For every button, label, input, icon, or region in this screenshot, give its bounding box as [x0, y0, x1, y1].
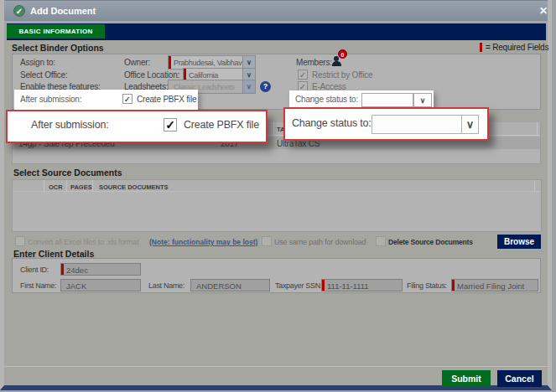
filing-required-bar: [452, 280, 455, 291]
members-count-badge: 0: [338, 49, 347, 59]
col-ocr: OCR: [49, 183, 63, 191]
convert-excel-checkbox[interactable]: [15, 236, 25, 246]
source-documents-title: Select Source Documents: [13, 168, 122, 178]
taxpayer-ssn-value: 111-11-1111: [327, 281, 369, 291]
assign-to-label: Assign to:: [20, 58, 55, 67]
required-legend-label: = Required Fields: [486, 43, 548, 52]
add-document-icon: ✓: [13, 5, 25, 17]
ssn-required-bar: [322, 280, 325, 291]
dialog-titlebar: ✓ Add Document ✕: [4, 0, 548, 21]
select-office-label: Select Office:: [20, 70, 68, 80]
owner-chevron-icon[interactable]: ∨: [242, 56, 255, 69]
col-source-documents: SOURCE DOCUMENTS: [99, 183, 169, 191]
help-icon[interactable]: ?: [260, 81, 271, 92]
client-id-required-bar: [61, 264, 64, 275]
same-path-checkbox[interactable]: [262, 236, 272, 246]
change-status-chevron-icon[interactable]: ∨: [413, 93, 432, 107]
owner-required-bar: [169, 56, 171, 69]
office-location-label: Office Location:: [124, 70, 179, 80]
callout-after-submission-label: After submission:: [31, 119, 108, 131]
office-value: California: [189, 71, 218, 80]
col-pages: PAGES: [70, 183, 92, 191]
last-name-value: ANDERSON: [196, 281, 242, 291]
footer-separator: [4, 366, 552, 367]
same-path-label: Use same path for download: [274, 238, 366, 246]
taxpayer-ssn-input[interactable]: 111-11-1111: [321, 279, 403, 291]
delete-source-label: Delete Source Documents: [388, 238, 473, 246]
first-name-input[interactable]: JACK: [60, 279, 141, 291]
tab-basic-information[interactable]: BASIC INFORMATION: [7, 24, 105, 39]
first-name-value: JACK: [66, 281, 86, 291]
callout-change-status-label: Change status to:: [292, 117, 372, 129]
callout-create-pbfx-label: Create PBFX file: [184, 119, 259, 131]
required-legend-bar: [480, 43, 482, 52]
callout-change-status-chevron-icon[interactable]: ∨: [462, 115, 479, 134]
owner-label: Owner:: [124, 58, 150, 67]
convert-excel-label: Convert all Excel files to .xls format: [28, 238, 138, 246]
first-name-label: First Name:: [20, 281, 56, 290]
note-functionality-link[interactable]: (Note: functionality may be lost): [149, 238, 257, 246]
last-name-input[interactable]: ANDERSON: [190, 279, 270, 291]
submit-button[interactable]: Submit: [442, 370, 491, 387]
callout-create-pbfx-checkbox[interactable]: ✓: [164, 118, 177, 132]
after-submission-label: After submission:: [20, 95, 81, 104]
create-pbfx-checkbox[interactable]: ✓: [122, 94, 133, 104]
last-name-label: Last Name:: [148, 281, 184, 290]
client-id-label: Client ID:: [20, 266, 49, 274]
cancel-button[interactable]: Cancel: [497, 370, 542, 387]
client-id-value: 24dec: [66, 266, 88, 275]
restrict-by-office-checkbox[interactable]: ✓: [298, 70, 308, 80]
taxpayer-ssn-label: Taxpayer SSN:: [275, 281, 322, 290]
filing-status-value: Married Filing Joint: [457, 281, 524, 291]
leadsheets-chevron-icon: ∨: [242, 80, 255, 93]
add-document-dialog: ✓ Add Document ✕ BASIC INFORMATION Selec…: [0, 0, 552, 390]
dialog-title: Add Document: [30, 6, 96, 16]
browse-button[interactable]: Browse: [497, 235, 541, 249]
owner-value: Prabhudesai, Vaibhav: [174, 59, 242, 67]
binder-options-title: Select Binder Options: [12, 43, 104, 53]
change-status-select[interactable]: [361, 93, 413, 107]
close-icon[interactable]: ✕: [538, 5, 549, 17]
delete-source-checkbox[interactable]: [376, 236, 386, 246]
filing-status-label: Filing Status:: [407, 281, 447, 290]
callout-change-status-select[interactable]: [372, 115, 462, 134]
client-id-input[interactable]: 24dec: [60, 263, 141, 276]
members-label: Members:: [296, 58, 332, 67]
restrict-by-office-label: Restrict by Office: [312, 70, 372, 80]
change-status-label: Change status to:: [295, 95, 358, 104]
filing-status-input[interactable]: Married Filing Joint: [451, 279, 538, 291]
create-pbfx-label: Create PBFX file: [137, 95, 196, 104]
